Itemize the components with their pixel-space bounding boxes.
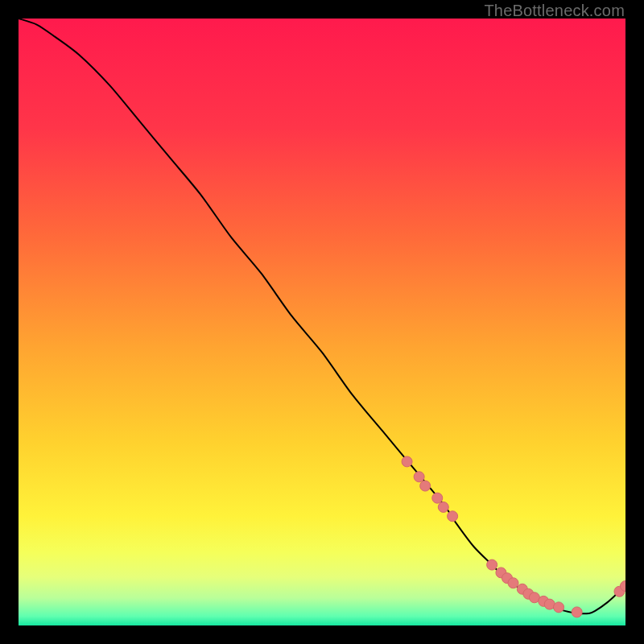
data-point [487, 559, 497, 570]
chart-svg [19, 19, 625, 625]
chart-background [19, 19, 625, 625]
data-point [448, 511, 458, 522]
chart-stage: TheBottleneck.com [0, 0, 644, 644]
plot-area [19, 19, 625, 625]
data-point [402, 456, 412, 467]
data-point [508, 578, 518, 588]
data-point [420, 481, 431, 491]
data-point [554, 602, 564, 613]
data-point [414, 472, 424, 482]
data-point [438, 502, 448, 512]
watermark-text: TheBottleneck.com [484, 2, 625, 20]
data-point [432, 493, 443, 503]
data-point [572, 607, 582, 617]
